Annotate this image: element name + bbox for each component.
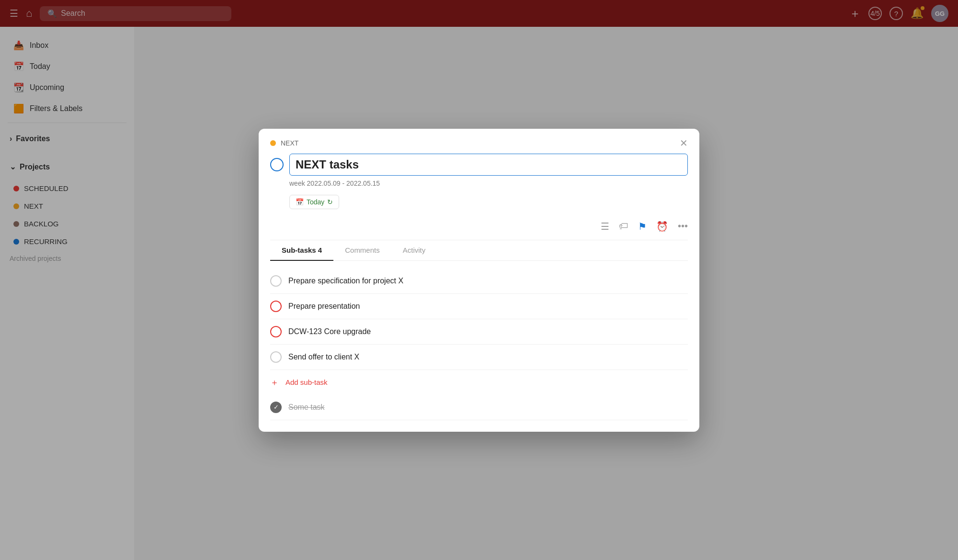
completed-task-label: Some task	[288, 403, 325, 412]
add-subtask-label: Add sub-task	[285, 378, 328, 386]
subtask-label-2: Prepare presentation	[288, 302, 360, 311]
refresh-icon: ↻	[327, 198, 333, 206]
tab-activity[interactable]: Activity	[391, 240, 437, 261]
modal-project-name: NEXT	[281, 139, 675, 147]
modal-project-dot	[270, 140, 276, 146]
task-modal: NEXT ✕ week 2022.05.09 - 2022.05.15 📅 To…	[259, 129, 699, 432]
task-title-input[interactable]	[289, 154, 688, 176]
subtask-circle-4[interactable]	[270, 351, 282, 363]
today-date-button[interactable]: 📅 Today ↻	[289, 195, 339, 209]
list-icon[interactable]: ☰	[601, 221, 609, 232]
task-complete-circle[interactable]	[270, 158, 284, 171]
subtask-item-3: DCW-123 Core upgrade	[270, 319, 688, 345]
modal-close-button[interactable]: ✕	[680, 138, 688, 148]
subtask-list: Prepare specification for project X Prep…	[270, 269, 688, 420]
subtask-label-1: Prepare specification for project X	[288, 277, 403, 285]
calendar-icon: 📅	[296, 198, 304, 206]
modal-title-row	[270, 154, 688, 176]
subtask-label-4: Send offer to client X	[288, 353, 359, 361]
subtask-circle-1[interactable]	[270, 275, 282, 287]
alarm-icon[interactable]: ⏰	[656, 221, 668, 232]
tab-subtasks[interactable]: Sub-tasks 4	[270, 240, 333, 261]
subtask-label-3: DCW-123 Core upgrade	[288, 327, 371, 336]
more-icon[interactable]: •••	[678, 221, 688, 232]
completed-circle[interactable]: ✓	[270, 402, 282, 413]
modal-tabs: Sub-tasks 4 Comments Activity	[270, 240, 688, 261]
subtask-item-1: Prepare specification for project X	[270, 269, 688, 294]
subtask-item-4: Send offer to client X	[270, 345, 688, 370]
modal-toolbar: ☰ 🏷 ⚑ ⏰ •••	[270, 217, 688, 240]
task-date-range: week 2022.05.09 - 2022.05.15	[289, 179, 688, 187]
flag-icon[interactable]: ⚑	[638, 221, 647, 232]
modal-overlay[interactable]: NEXT ✕ week 2022.05.09 - 2022.05.15 📅 To…	[0, 0, 958, 560]
add-icon: ＋	[270, 377, 279, 388]
modal-body: week 2022.05.09 - 2022.05.15 📅 Today ↻ ☰…	[259, 152, 699, 432]
subtask-circle-3[interactable]	[270, 326, 282, 337]
subtask-circle-2[interactable]	[270, 301, 282, 312]
tab-comments[interactable]: Comments	[333, 240, 391, 261]
subtask-item-2: Prepare presentation	[270, 294, 688, 319]
tag-icon[interactable]: 🏷	[619, 221, 628, 232]
completed-task-item: ✓ Some task	[270, 395, 688, 420]
modal-header: NEXT ✕	[259, 129, 699, 152]
add-subtask-button[interactable]: ＋ Add sub-task	[270, 370, 688, 395]
